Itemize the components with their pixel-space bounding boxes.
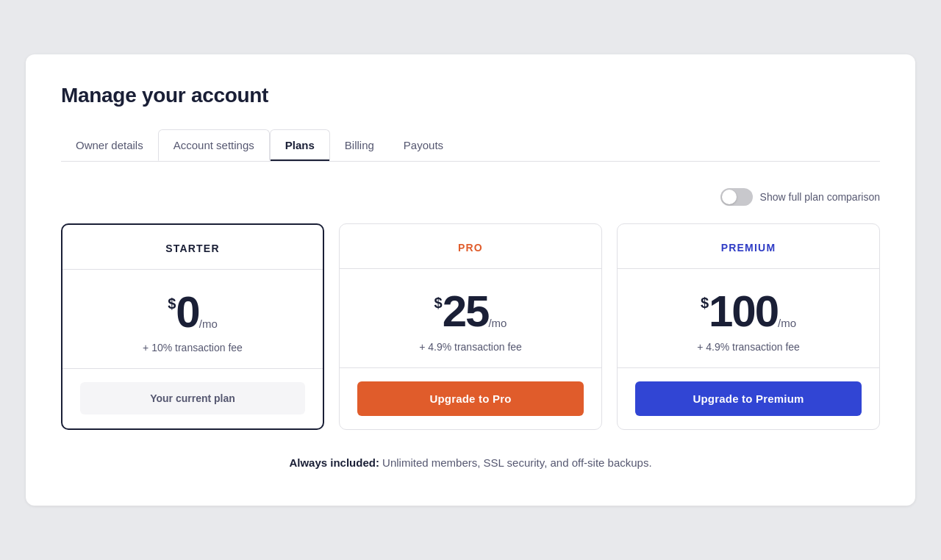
plan-card-premium: PREMIUM $ 100 /mo + 4.9% transaction fee… — [617, 223, 880, 430]
plan-header-starter: STARTER — [62, 225, 323, 270]
plan-pricing-starter: $ 0 /mo + 10% transaction fee — [62, 270, 323, 369]
page-title: Manage your account — [61, 84, 880, 107]
price-display-starter: $ 0 /mo — [80, 290, 305, 334]
price-dollar-premium: $ — [701, 295, 709, 310]
always-included-text: Always included: Unlimited members, SSL … — [61, 456, 880, 469]
transaction-fee-pro: + 4.9% transaction fee — [357, 341, 584, 353]
upgrade-to-premium-button[interactable]: Upgrade to Premium — [635, 381, 862, 416]
tab-payouts[interactable]: Payouts — [389, 129, 458, 161]
comparison-toggle[interactable] — [720, 188, 753, 206]
price-amount-starter: 0 — [176, 290, 198, 334]
price-amount-pro: 25 — [443, 290, 489, 334]
price-display-premium: $ 100 /mo — [635, 290, 862, 334]
plan-action-pro: Upgrade to Pro — [340, 368, 601, 429]
current-plan-label: Your current plan — [80, 382, 305, 414]
always-included-bold: Always included: — [289, 456, 379, 469]
price-period-pro: /mo — [488, 317, 507, 329]
plan-name-premium: PREMIUM — [635, 242, 862, 254]
plan-action-starter: Your current plan — [62, 369, 323, 428]
plan-name-pro: PRO — [357, 242, 584, 254]
price-period-starter: /mo — [199, 317, 218, 330]
plan-header-premium: PREMIUM — [618, 224, 879, 269]
plan-pricing-pro: $ 25 /mo + 4.9% transaction fee — [340, 269, 601, 368]
tab-billing[interactable]: Billing — [330, 129, 389, 161]
tab-owner-details[interactable]: Owner details — [61, 129, 158, 161]
transaction-fee-premium: + 4.9% transaction fee — [635, 341, 862, 353]
always-included-detail: Unlimited members, SSL security, and off… — [379, 456, 652, 469]
price-display-pro: $ 25 /mo — [357, 290, 584, 334]
plan-pricing-premium: $ 100 /mo + 4.9% transaction fee — [618, 269, 879, 368]
tab-plans[interactable]: Plans — [270, 129, 330, 161]
price-amount-premium: 100 — [709, 290, 778, 334]
upgrade-to-pro-button[interactable]: Upgrade to Pro — [357, 381, 584, 416]
plan-header-pro: PRO — [340, 224, 601, 269]
price-dollar-pro: $ — [434, 295, 443, 310]
plan-card-pro: PRO $ 25 /mo + 4.9% transaction fee Upgr… — [339, 223, 602, 430]
plans-grid: STARTER $ 0 /mo + 10% transaction fee Yo… — [61, 223, 880, 430]
plan-card-starter: STARTER $ 0 /mo + 10% transaction fee Yo… — [61, 223, 324, 430]
comparison-toggle-label: Show full plan comparison — [760, 191, 880, 203]
tabs-container: Owner details Account settings Plans Bil… — [61, 129, 880, 162]
comparison-toggle-row: Show full plan comparison — [61, 188, 880, 206]
price-dollar-starter: $ — [168, 296, 176, 311]
tab-account-settings[interactable]: Account settings — [158, 129, 270, 161]
price-period-premium: /mo — [778, 317, 796, 329]
account-card: Manage your account Owner details Accoun… — [26, 54, 915, 506]
plan-action-premium: Upgrade to Premium — [618, 368, 879, 429]
transaction-fee-starter: + 10% transaction fee — [80, 342, 305, 353]
plan-name-starter: STARTER — [80, 243, 305, 254]
